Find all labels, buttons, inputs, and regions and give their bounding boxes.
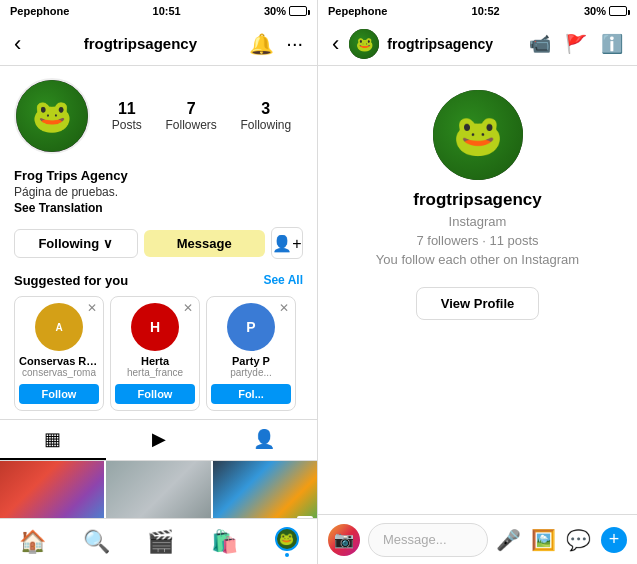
follow-button-1[interactable]: Follow: [115, 384, 195, 404]
home-icon: 🏠: [19, 529, 46, 555]
info-icon[interactable]: ℹ️: [601, 33, 623, 55]
tagged-icon: 👤: [253, 428, 275, 450]
nav-shop[interactable]: 🛍️: [211, 529, 238, 555]
r-username: frogtripsagency: [387, 36, 529, 52]
sugg-handle-1: herta_france: [115, 367, 195, 378]
photo-icon[interactable]: 🖼️: [531, 528, 556, 552]
nav-home[interactable]: 🏠: [19, 529, 46, 555]
add-person-button[interactable]: 👤+: [271, 227, 303, 259]
carrier-right: Pepephone: [328, 5, 387, 17]
followers-count: 7: [187, 100, 196, 118]
nav-reels[interactable]: 🎬: [147, 529, 174, 555]
message-input-bar: 📷 Message... 🎤 🖼️ 💬 +: [318, 514, 637, 564]
grid-cell-3: 1: [213, 461, 317, 518]
profile-top: 🐸 11 Posts 7 Followers 3 Following: [0, 66, 317, 166]
nav-search[interactable]: 🔍: [83, 529, 110, 555]
right-stats: 7 followers · 11 posts: [416, 233, 538, 248]
close-suggestion-1[interactable]: ✕: [183, 301, 193, 315]
suggested-title: Suggested for you: [14, 273, 128, 288]
suggestion-card-1: ✕ H Herta herta_france Follow: [110, 296, 200, 411]
view-profile-button[interactable]: View Profile: [416, 287, 539, 320]
stats-row: 11 Posts 7 Followers 3 Following: [100, 100, 303, 132]
grid-cell-1: [0, 461, 104, 518]
sugg-avatar-1: H: [131, 303, 179, 351]
battery-left: 30%: [264, 5, 307, 17]
stat-following: 3 Following: [240, 100, 291, 132]
follow-button-0[interactable]: Follow: [19, 384, 99, 404]
left-panel: Pepephone 10:51 30% ‹ frogtripsagency 🔔 …: [0, 0, 318, 564]
right-platform: Instagram: [449, 214, 507, 229]
header-username-left: frogtripsagency: [31, 35, 249, 52]
posts-count: 11: [118, 100, 136, 118]
sugg-avatar-2: P: [227, 303, 275, 351]
time-left: 10:51: [153, 5, 181, 17]
active-dot: [285, 553, 289, 557]
right-panel: Pepephone 10:52 30% ‹ 🐸 frogtripsagency …: [318, 0, 637, 564]
header-left: ‹ frogtripsagency 🔔 ···: [0, 22, 317, 66]
suggested-header: Suggested for you See All: [0, 267, 317, 292]
suggestion-card-0: ✕ A Conservas Roma conservas_roma Follow: [14, 296, 104, 411]
message-right-icons: 🎤 🖼️ 💬 +: [496, 527, 627, 553]
nav-profile[interactable]: 🐸: [275, 527, 299, 557]
back-button-right[interactable]: ‹: [332, 31, 339, 57]
grid-cell-2: [106, 461, 210, 518]
sugg-handle-2: partyde...: [211, 367, 291, 378]
tab-reels[interactable]: ▶: [106, 420, 212, 460]
close-suggestion-2[interactable]: ✕: [279, 301, 289, 315]
shop-icon: 🛍️: [211, 529, 238, 555]
sugg-name-2: Party P: [211, 355, 291, 367]
r-avatar: 🐸: [349, 29, 379, 59]
grid-icon: ▦: [44, 428, 61, 450]
following-button[interactable]: Following ∨: [14, 229, 138, 258]
profile-name: Frog Trips Agency: [0, 166, 317, 185]
tab-tagged[interactable]: 👤: [211, 420, 317, 460]
message-button[interactable]: Message: [144, 230, 266, 257]
tab-grid[interactable]: ▦: [0, 420, 106, 460]
follow-button-2[interactable]: Fol...: [211, 384, 291, 404]
stat-posts: 11 Posts: [112, 100, 142, 132]
flag-icon[interactable]: 🚩: [565, 33, 587, 55]
back-button-left[interactable]: ‹: [14, 31, 21, 57]
posts-label: Posts: [112, 118, 142, 132]
sugg-name-1: Herta: [115, 355, 195, 367]
status-bar-left: Pepephone 10:51 30%: [0, 0, 317, 22]
carrier-left: Pepephone: [10, 5, 69, 17]
bottom-nav: 🏠 🔍 🎬 🛍️ 🐸: [0, 518, 317, 564]
grid-badge: 1: [297, 516, 313, 518]
sticker-icon[interactable]: 💬: [566, 528, 591, 552]
plus-icon[interactable]: +: [601, 527, 627, 553]
profile-avatar-nav: 🐸: [275, 527, 299, 551]
following-label: Following: [240, 118, 291, 132]
right-avatar-big: 🐸: [433, 90, 523, 180]
suggestion-card-2: ✕ P Party P partyde... Fol...: [206, 296, 296, 411]
sugg-avatar-0: A: [35, 303, 83, 351]
following-count: 3: [261, 100, 270, 118]
reels-nav-icon: 🎬: [147, 529, 174, 555]
suggested-scroll: ✕ A Conservas Roma conservas_roma Follow…: [0, 292, 317, 419]
frog-avatar-left: 🐸: [16, 80, 88, 152]
followers-label: Followers: [165, 118, 216, 132]
bell-icon[interactable]: 🔔: [249, 32, 274, 56]
close-suggestion-0[interactable]: ✕: [87, 301, 97, 315]
right-follow-info: You follow each other on Instagram: [376, 252, 579, 267]
header-icons-left: 🔔 ···: [249, 32, 303, 56]
tabs-row: ▦ ▶ 👤: [0, 419, 317, 461]
profile-bio: Página de pruebas.: [0, 185, 317, 201]
battery-icon-right: [609, 6, 627, 16]
right-profile-content: 🐸 frogtripsagency Instagram 7 followers …: [318, 66, 637, 514]
status-bar-right: Pepephone 10:52 30%: [318, 0, 637, 22]
message-placeholder: Message...: [383, 532, 447, 547]
instagram-icon: 📷: [328, 524, 360, 556]
right-username: frogtripsagency: [413, 190, 541, 210]
more-icon[interactable]: ···: [286, 32, 303, 55]
action-buttons: Following ∨ Message 👤+: [0, 223, 317, 267]
sugg-name-0: Conservas Roma: [19, 355, 99, 367]
reels-icon: ▶: [152, 428, 166, 450]
mic-icon[interactable]: 🎤: [496, 528, 521, 552]
person-add-icon: 👤+: [272, 234, 301, 253]
video-icon[interactable]: 📹: [529, 33, 551, 55]
see-translation[interactable]: See Translation: [0, 201, 317, 223]
sugg-handle-0: conservas_roma: [19, 367, 99, 378]
see-all-button[interactable]: See All: [263, 273, 303, 288]
message-input-field[interactable]: Message...: [368, 523, 488, 557]
